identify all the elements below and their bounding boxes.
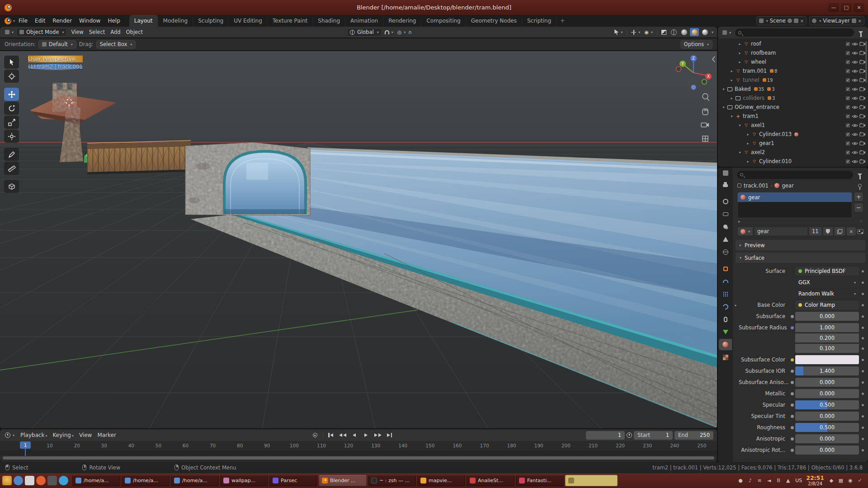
animate-decorator[interactable] xyxy=(859,304,866,306)
disable-render-camera-icon[interactable] xyxy=(859,69,866,73)
tray-icon[interactable]: ♪ xyxy=(747,478,753,483)
tab-world[interactable] xyxy=(719,246,732,258)
taskbar-window-button[interactable]: /home/a... xyxy=(171,475,219,486)
outliner-row[interactable]: ▸ roof ✓ xyxy=(718,39,868,48)
animate-decorator[interactable] xyxy=(859,337,866,339)
expand-arrow-icon[interactable]: ▸ xyxy=(737,42,743,46)
workspace-tab[interactable]: Animation xyxy=(345,15,383,27)
tab-tool[interactable] xyxy=(719,179,732,190)
browser-icon[interactable] xyxy=(14,476,23,485)
animate-decorator[interactable] xyxy=(859,370,866,372)
settings-icon[interactable] xyxy=(59,476,68,485)
expand-arrow-icon[interactable]: ▸ xyxy=(745,132,751,136)
outliner-row[interactable]: ▾ axel2 ✓ xyxy=(718,148,868,157)
animate-decorator[interactable] xyxy=(859,404,866,406)
expand-arrow-icon[interactable]: ▸ xyxy=(737,51,743,55)
property-field[interactable]: GGX ▾ xyxy=(795,278,859,287)
next-keyframe-button[interactable] xyxy=(373,431,383,439)
exclude-checkbox[interactable]: ✓ xyxy=(845,96,850,101)
tab-scene[interactable] xyxy=(719,234,732,245)
outliner-row[interactable]: ▸ roofbeam ✓ xyxy=(718,48,868,57)
properties-filter-icon[interactable] xyxy=(858,174,862,176)
exclude-checkbox[interactable]: ✓ xyxy=(845,69,850,74)
menu-item[interactable]: File xyxy=(15,15,31,27)
taskbar-clock[interactable]: 22:51 2/8/24 xyxy=(806,475,824,487)
exclude-checkbox[interactable]: ✓ xyxy=(845,105,850,110)
timeline-scrollbar[interactable] xyxy=(3,456,714,460)
shading-options-caret-icon[interactable]: ▾ xyxy=(712,30,713,34)
scene-selector[interactable]: ▾ Scene × xyxy=(756,16,807,25)
viewport-menu-item[interactable]: Object xyxy=(123,29,146,35)
tool-orientation-dropdown[interactable]: Default▾ xyxy=(38,40,76,49)
animate-decorator[interactable] xyxy=(859,415,866,418)
files-icon[interactable] xyxy=(25,476,34,485)
expand-arrow-icon[interactable]: ▸ xyxy=(729,78,735,82)
exclude-checkbox[interactable]: ✓ xyxy=(845,60,850,65)
outliner-row[interactable]: ▸ gear1 ✓ xyxy=(718,139,868,148)
animate-decorator[interactable] xyxy=(859,315,866,318)
animate-decorator[interactable] xyxy=(859,327,866,329)
exclude-checkbox[interactable]: ✓ xyxy=(845,51,850,56)
hide-eye-icon[interactable] xyxy=(852,69,858,74)
measure-tool-button[interactable] xyxy=(4,162,19,175)
exclude-checkbox[interactable]: ✓ xyxy=(845,141,850,146)
hide-eye-icon[interactable] xyxy=(852,150,858,155)
outliner-search-input[interactable] xyxy=(735,28,854,37)
terminal-icon[interactable] xyxy=(47,476,57,485)
property-field[interactable]: Random Walk ▾ xyxy=(795,289,859,298)
timeline-menu-item[interactable]: Playback▾ xyxy=(18,432,50,438)
timeline-menu-item[interactable]: Marker xyxy=(94,432,118,438)
minimize-button[interactable]: — xyxy=(828,3,839,12)
slot-specials-icon[interactable]: ▸ xyxy=(738,219,741,224)
hide-eye-icon[interactable] xyxy=(852,132,858,137)
outliner-row[interactable]: ▾ axel1 ✓ xyxy=(718,121,868,130)
tray-icon[interactable]: ◄ xyxy=(766,478,772,483)
workspace-tab[interactable]: Sculpting xyxy=(193,15,229,27)
expander-icon[interactable]: ▸ xyxy=(733,303,739,307)
timeline-menu-item[interactable]: Keying▾ xyxy=(50,432,76,438)
add-cube-tool-button[interactable] xyxy=(4,180,19,193)
frame-end-field[interactable]: End250 xyxy=(675,431,713,440)
disable-render-camera-icon[interactable] xyxy=(859,141,866,145)
animate-decorator[interactable] xyxy=(859,393,866,395)
tab-modifiers[interactable] xyxy=(719,276,732,287)
playhead[interactable]: 1 xyxy=(20,441,31,449)
menu-item[interactable]: Render xyxy=(49,15,75,27)
unlink-material-button[interactable]: × xyxy=(846,227,856,236)
taskbar-window-button[interactable]: Fantasti... xyxy=(516,475,564,486)
tray-icon[interactable]: B xyxy=(775,478,782,483)
workspace-tab[interactable]: + xyxy=(557,15,568,27)
outliner-row[interactable]: ▾ OGnew_entrance ✓ xyxy=(718,103,868,112)
exclude-checkbox[interactable]: ✓ xyxy=(845,150,850,155)
taskbar-window-button[interactable]: wallpap... xyxy=(220,475,268,486)
overlays-toggle[interactable]: ◉▾ xyxy=(643,29,654,35)
disable-render-camera-icon[interactable] xyxy=(859,123,866,127)
animate-decorator[interactable] xyxy=(859,347,866,350)
animate-decorator[interactable] xyxy=(859,449,866,451)
app-menu-icon[interactable] xyxy=(2,476,12,485)
keyboard-layout[interactable]: US xyxy=(795,478,802,483)
gizmos-toggle[interactable]: ▾ xyxy=(630,30,642,35)
jump-to-end-button[interactable] xyxy=(384,431,395,439)
properties-search-input[interactable] xyxy=(737,171,853,179)
options-dropdown[interactable]: Options▾ xyxy=(680,40,712,49)
browse-material-button[interactable]: ▾ xyxy=(737,227,753,236)
hide-eye-icon[interactable] xyxy=(852,159,858,164)
tray-icon[interactable]: ▦ xyxy=(838,478,844,483)
property-field[interactable]: Color Ramp xyxy=(795,300,859,310)
timeline-editor-type-button[interactable]: ▾ xyxy=(4,432,16,438)
move-tool-button[interactable] xyxy=(4,88,19,101)
play-button[interactable] xyxy=(361,431,372,439)
disable-render-camera-icon[interactable] xyxy=(859,42,866,46)
prev-keyframe-button[interactable] xyxy=(337,431,348,439)
users-count-button[interactable]: 11 xyxy=(809,227,822,236)
property-field[interactable]: 0.000 xyxy=(795,378,859,387)
editor-type-button[interactable]: ▾ xyxy=(4,30,15,34)
workspace-tab[interactable]: Layout xyxy=(129,15,158,27)
tab-render[interactable] xyxy=(719,196,732,207)
tray-icon[interactable]: ◉ xyxy=(847,478,854,483)
hide-eye-icon[interactable] xyxy=(852,42,858,47)
timeline-track[interactable] xyxy=(0,451,717,455)
tray-icon[interactable]: ● xyxy=(737,478,744,483)
outliner-row[interactable]: ▾ tram1 ✓ xyxy=(718,112,868,121)
